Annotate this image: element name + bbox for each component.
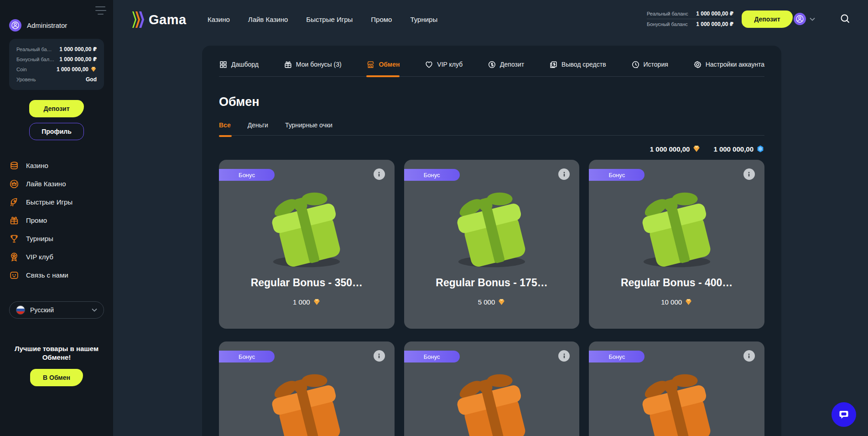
header-nav-casino[interactable]: Казино (208, 16, 230, 23)
stat-row-real-balance: Реальный ба… 1 000 000,00 ₽ (16, 44, 97, 54)
info-button[interactable] (743, 350, 755, 362)
sidebar-item-label: Казино (26, 162, 48, 169)
tab-vip-club[interactable]: VIP клуб (425, 53, 463, 76)
history-icon (631, 60, 640, 69)
gift-box-image (624, 370, 729, 436)
gem-orange-icon (313, 298, 321, 306)
tab-my-bonuses[interactable]: Мои бонусы (3) (284, 53, 342, 76)
sidebar-item-contact-us[interactable]: Связь с нами (9, 268, 104, 282)
bonus-card[interactable]: Бонус (219, 341, 395, 436)
page-title: Обмен (219, 95, 764, 109)
info-button[interactable] (374, 168, 385, 180)
filter-all[interactable]: Все (219, 121, 231, 129)
sidebar-item-vip-club[interactable]: VIP клуб (9, 250, 104, 264)
balance-label: Реальный баланс (647, 11, 688, 16)
filter-money[interactable]: Деньги (248, 121, 268, 129)
account-menu[interactable] (794, 13, 815, 25)
bonus-card[interactable]: Бонус Regular Bonus - 350… (219, 160, 395, 329)
info-button[interactable] (558, 168, 570, 180)
bonus-card[interactable]: Бонус (589, 341, 764, 436)
bonus-price: 5 000 (404, 298, 580, 306)
bonus-title: Regular Bonus - 400… (589, 277, 764, 289)
stat-row-level: Уровень God (16, 74, 97, 84)
bonus-card[interactable]: Бонус Regular Bonus - 400… (589, 160, 764, 329)
tab-label: VIP клуб (437, 61, 463, 68)
gift-icon (9, 215, 19, 226)
gama-logo[interactable]: Gama (131, 11, 187, 29)
stat-value: 1 000 000,00 ₽ (59, 46, 97, 53)
stat-label: Coin (16, 67, 27, 72)
balance-summary-card: Реальный ба… 1 000 000,00 ₽ Бонусный бал… (9, 39, 104, 90)
sidebar-item-live-casino[interactable]: Лайв Казино (9, 177, 104, 191)
header-nav-live-casino[interactable]: Лайв Казино (248, 16, 288, 23)
tab-label: Настройки аккаунта (706, 61, 764, 68)
bonus-badge: Бонус (404, 169, 460, 181)
to-exchange-button[interactable]: В Обмен (30, 369, 83, 386)
header: Gama Казино Лайв Казино Быстрые Игры Про… (113, 0, 868, 38)
info-icon (746, 171, 752, 178)
sidebar-item-label: VIP клуб (26, 253, 53, 261)
tab-history[interactable]: История (631, 53, 668, 76)
header-deposit-button[interactable]: Депозит (742, 11, 793, 28)
header-nav-promo[interactable]: Промо (371, 16, 392, 23)
rocket-icon (9, 197, 19, 207)
active-filter-underline (219, 135, 232, 137)
gift-icon (284, 60, 292, 69)
info-button[interactable] (558, 350, 570, 362)
gear-icon (693, 60, 702, 69)
medal-icon (9, 252, 19, 262)
sidebar-item-promo[interactable]: Промо (9, 213, 104, 227)
tab-label: Депозит (500, 61, 524, 68)
bonus-card-grid: Бонус Regular Bonus - 350… (219, 160, 764, 436)
sidebar-item-label: Быстрые Игры (26, 198, 73, 206)
tab-label: История (644, 61, 668, 68)
shop-balances: 1 000 000,00 1 000 000,00 (219, 145, 764, 153)
chevron-down-icon (810, 17, 815, 21)
user-name: Administrator (27, 21, 67, 29)
active-tab-underline (366, 75, 400, 77)
header-nav-fast-games[interactable]: Быстрые Игры (306, 16, 353, 23)
info-icon (746, 353, 752, 359)
header-balances: Реальный баланс 1 000 000,00 ₽ Бонусный … (647, 9, 733, 29)
sidebar-item-label: Лайв Казино (26, 180, 66, 188)
live-casino-icon (9, 179, 19, 189)
real-balance-row: Реальный баланс 1 000 000,00 ₽ (647, 9, 733, 19)
gem-orange-icon (498, 298, 505, 306)
bonus-card[interactable]: Бонус (404, 341, 580, 436)
info-button[interactable] (743, 168, 755, 180)
search-icon (840, 13, 851, 24)
bonus-card[interactable]: Бонус Regular Bonus - 175… (404, 160, 580, 329)
stat-row-bonus-balance: Бонусный бал… 1 000 000,00 ₽ (16, 54, 97, 64)
sidebar-profile-button[interactable]: Профиль (29, 123, 84, 140)
logo-chevrons-icon (131, 11, 145, 29)
tab-withdraw[interactable]: Вывод средств (549, 53, 606, 76)
gift-box-image (439, 370, 544, 436)
stat-row-coin: Coin 1 000 000,00 (16, 64, 97, 74)
sidebar-item-casino[interactable]: Казино (9, 158, 104, 173)
sidebar-item-tournaments[interactable]: Турниры (9, 231, 104, 246)
sidebar-item-fast-games[interactable]: Быстрые Игры (9, 195, 104, 209)
menu-icon[interactable] (95, 6, 106, 15)
chat-widget-button[interactable] (832, 402, 856, 427)
tab-label: Вывод средств (561, 61, 606, 68)
gift-box-image (254, 370, 359, 436)
chat-icon (9, 270, 19, 280)
search-button[interactable] (840, 13, 851, 26)
stat-value: 1 000 000,00 (57, 66, 97, 73)
language-selector[interactable]: Русский (9, 301, 104, 319)
tab-deposit[interactable]: Депозит (488, 53, 524, 76)
bonus-badge: Бонус (589, 351, 645, 362)
tab-dashboard[interactable]: Дашборд (219, 53, 259, 76)
sidebar-deposit-button[interactable]: Депозит (29, 100, 84, 117)
sidebar: Administrator Реальный ба… 1 000 000,00 … (0, 0, 113, 436)
filter-tournament-points[interactable]: Турнирные очки (285, 121, 333, 129)
header-nav-tournaments[interactable]: Турниры (410, 16, 437, 23)
tab-account-settings[interactable]: Настройки аккаунта (693, 53, 764, 76)
info-button[interactable] (374, 350, 385, 362)
trophy-icon (9, 234, 19, 244)
sidebar-item-label: Турниры (26, 235, 53, 242)
tab-exchange[interactable]: Обмен (366, 53, 400, 76)
gift-box-image (254, 188, 359, 269)
user-row[interactable]: Administrator (9, 19, 104, 32)
sidebar-nav: Казино Лайв Казино Быстрые Игры Промо Ту… (9, 158, 104, 282)
